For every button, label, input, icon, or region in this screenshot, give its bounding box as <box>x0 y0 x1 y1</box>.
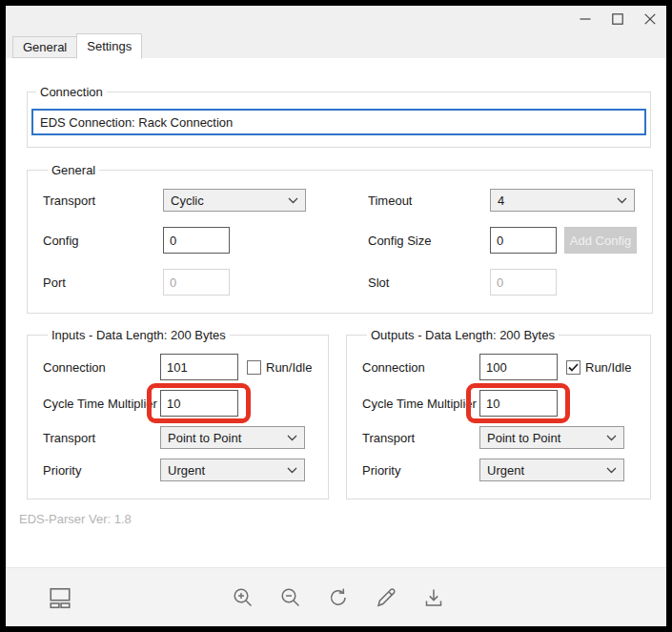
inputs-group: Inputs - Data Length: 200 Bytes Connecti… <box>27 328 329 499</box>
inputs-ctm-label: Cycle Time Multiplier <box>43 397 160 411</box>
timeout-value: 4 <box>498 194 504 208</box>
outputs-ctm-input[interactable] <box>479 390 558 417</box>
zoom-out-button[interactable] <box>276 583 305 612</box>
outputs-priority-dropdown[interactable]: Urgent <box>479 459 624 481</box>
edit-button[interactable] <box>372 583 400 612</box>
minimize-button[interactable] <box>569 6 601 32</box>
slot-label: Slot <box>368 275 490 290</box>
tab-settings[interactable]: Settings <box>76 33 142 59</box>
maximize-button[interactable] <box>601 6 634 32</box>
inputs-connection-label: Connection <box>43 360 160 375</box>
settings-panel: Connection General Transport Cyclic Time… <box>6 58 666 567</box>
transport-label: Transport <box>43 194 163 208</box>
inputs-priority-value: Urgent <box>168 463 205 478</box>
tab-strip: General Settings <box>6 32 666 58</box>
inputs-transport-dropdown[interactable]: Point to Point <box>160 426 305 449</box>
port-label: Port <box>43 275 163 290</box>
outputs-priority-value: Urgent <box>487 463 524 478</box>
dialog-window: General Settings Connection General Tran… <box>6 6 666 626</box>
refresh-button[interactable] <box>324 583 353 612</box>
title-bar <box>6 6 666 32</box>
inputs-run-idle-checkbox[interactable] <box>247 360 261 375</box>
config-label: Config <box>43 234 163 248</box>
close-icon <box>644 13 656 25</box>
devices-button[interactable] <box>46 583 74 612</box>
zoom-in-icon <box>232 586 255 609</box>
outputs-group: Outputs - Data Length: 200 Bytes Connect… <box>346 328 651 499</box>
inputs-transport-value: Point to Point <box>168 431 241 445</box>
general-group-title: General <box>48 163 99 177</box>
devices-icon <box>48 585 72 610</box>
chevron-down-icon <box>617 197 627 204</box>
inputs-transport-label: Transport <box>43 431 160 445</box>
general-group: General Transport Cyclic Timeout 4 Confi… <box>27 163 653 314</box>
zoom-out-icon <box>279 586 302 609</box>
transport-value: Cyclic <box>171 194 204 208</box>
inputs-group-title: Inputs - Data Length: 200 Bytes <box>48 328 230 342</box>
config-size-label: Config Size <box>368 234 490 248</box>
close-button[interactable] <box>634 6 666 32</box>
outputs-transport-value: Point to Point <box>487 431 560 445</box>
inputs-connection-input[interactable] <box>160 354 238 380</box>
outputs-run-idle-checkbox[interactable] <box>566 360 580 375</box>
inputs-ctm-input[interactable] <box>160 390 238 417</box>
port-input <box>163 269 230 296</box>
outputs-transport-label: Transport <box>362 431 479 445</box>
transport-dropdown[interactable]: Cyclic <box>163 189 306 212</box>
outputs-group-title: Outputs - Data Length: 200 Bytes <box>367 328 559 342</box>
outputs-ctm-label: Cycle Time Multiplier <box>362 397 479 411</box>
connection-group: Connection <box>27 85 651 148</box>
chevron-down-icon <box>288 197 298 204</box>
add-config-button: Add Config <box>564 227 637 254</box>
refresh-icon <box>327 586 350 609</box>
maximize-icon <box>612 13 623 25</box>
download-button[interactable] <box>419 583 448 612</box>
tab-general[interactable]: General <box>12 36 77 58</box>
config-size-input[interactable] <box>490 227 557 254</box>
chevron-down-icon <box>287 467 297 474</box>
connection-group-title: Connection <box>36 85 107 99</box>
timeout-label: Timeout <box>368 194 490 208</box>
bottom-toolbar <box>6 567 666 626</box>
version-status-text: EDS-Parser Ver: 1.8 <box>19 512 651 526</box>
chevron-down-icon <box>287 435 297 441</box>
outputs-transport-dropdown[interactable]: Point to Point <box>479 426 624 449</box>
outputs-connection-input[interactable] <box>479 354 558 380</box>
zoom-in-button[interactable] <box>229 583 257 612</box>
connection-name-input[interactable] <box>31 109 646 135</box>
outputs-priority-label: Priority <box>362 463 479 478</box>
slot-input <box>490 269 557 296</box>
config-input[interactable] <box>163 227 230 254</box>
inputs-run-idle-label: Run/Idle <box>266 360 312 375</box>
outputs-run-idle-label: Run/Idle <box>585 360 631 375</box>
inputs-priority-dropdown[interactable]: Urgent <box>160 459 305 481</box>
chevron-down-icon <box>606 467 617 474</box>
checkmark-icon <box>568 363 579 372</box>
outputs-connection-label: Connection <box>362 360 479 375</box>
download-icon <box>422 586 445 609</box>
inputs-priority-label: Priority <box>43 463 160 478</box>
chevron-down-icon <box>606 435 617 441</box>
minimize-icon <box>580 13 591 25</box>
edit-pencil-icon <box>375 586 397 609</box>
timeout-dropdown[interactable]: 4 <box>490 189 635 212</box>
